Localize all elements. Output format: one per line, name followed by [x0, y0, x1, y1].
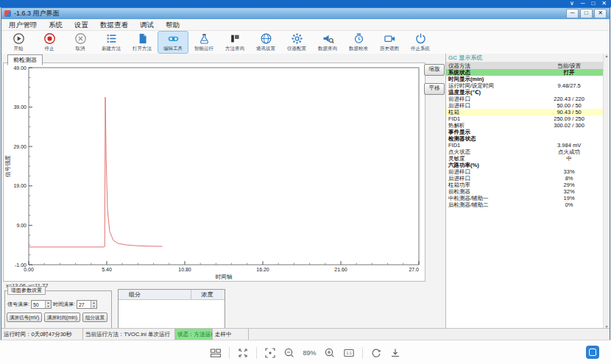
full-signal-button[interactable]: 满屏信号(mV): [7, 313, 42, 322]
chart-panel: 0.005.4010.8016.2021.6027.049.0039.0029.…: [3, 63, 425, 282]
spinner-arrows-icon[interactable]: ▲▼: [91, 301, 96, 308]
minimize-button[interactable]: ─: [566, 9, 579, 18]
gc-row: 前进样口 33%: [446, 168, 604, 175]
globe-icon: [260, 32, 272, 45]
gc-row: 后检测器/辅助二 0%: [446, 201, 604, 208]
toolbar-data-calibration[interactable]: 数据校准: [343, 31, 374, 54]
cancel-icon: [74, 32, 87, 45]
gear-icon: [291, 32, 303, 45]
toolbar-data-query[interactable]: 数据查询: [312, 31, 343, 54]
toolbar-history-chart[interactable]: 历史谱图: [374, 31, 405, 54]
zoom-mode-button[interactable]: 缩放: [424, 64, 445, 76]
titlebar[interactable]: -1.6.3 用户界面 ─ □ ✕: [1, 8, 610, 19]
spectrum-settings-group: 谱图参数设置 信号满屏: 50 ▲▼ 时间满屏: 27 ▲▼ 满屏信号(mV) …: [4, 290, 112, 329]
gc-panel-title: GC 显示系统: [446, 54, 610, 63]
panel-scrollbar[interactable]: ▲ ▼: [603, 54, 610, 329]
toolbar-edit-tools[interactable]: 编辑工具: [158, 31, 188, 54]
watch-icon: [353, 32, 365, 45]
gc-row: 前检测器 32%: [446, 188, 604, 195]
zoom-in-icon[interactable]: [324, 347, 336, 359]
time-full-label: 时间满屏:: [53, 301, 75, 308]
rotate-icon[interactable]: [370, 347, 382, 359]
toolbar: 开始 停止 取消 新建方法 打开方法 编辑工具 智能运行 方法查: [1, 31, 610, 54]
concentration-column-header: 浓度: [191, 290, 225, 299]
run-time-status: 运行时间：0天0时47分30秒: [1, 329, 83, 340]
gc-row: 后进样口 50.00 / 50: [446, 102, 604, 109]
toolbar-cancel[interactable]: 取消: [65, 31, 96, 54]
svg-text:29.00: 29.00: [13, 144, 27, 149]
tab-front-detector[interactable]: 前检测器: [7, 54, 43, 65]
chromatogram-chart[interactable]: 0.005.4010.8016.2021.6027.049.0039.0029.…: [4, 63, 425, 281]
close-button[interactable]: ✕: [594, 9, 607, 18]
actual-size-icon[interactable]: 1:1: [343, 347, 355, 359]
app-icon: [4, 10, 11, 17]
gc-row: 热解析 300.02 / 300: [446, 122, 604, 129]
chart-workspace: 前检测器 0.005.4010.8016.2021.6027.049.0039.…: [1, 54, 446, 329]
outer-maximize-icon[interactable]: □: [591, 0, 595, 7]
menu-item-user-management[interactable]: 用户管理: [3, 19, 43, 30]
gc-row: 时间显示(min): [446, 76, 604, 82]
zoom-out-icon[interactable]: [283, 347, 295, 359]
svg-text:时间轴: 时间轴: [216, 274, 233, 280]
pan-mode-button[interactable]: 平移: [424, 83, 445, 95]
state-badge: 状态：方法运行中...: [175, 329, 213, 340]
maximize-button[interactable]: □: [580, 9, 593, 18]
gc-row: FID1 250.09 / 250: [446, 115, 604, 122]
viewer-toolbar: 89% 1:1: [0, 340, 611, 364]
scroll-up-icon[interactable]: ▲: [605, 54, 609, 58]
menu-item-system[interactable]: 系统: [43, 19, 68, 30]
toolbar-divider: [362, 347, 363, 359]
svg-text:9.00: 9.00: [16, 223, 27, 228]
outer-restore-icon[interactable]: ∨: [570, 0, 574, 7]
toolbar-stop-system[interactable]: 停止系统: [405, 31, 436, 54]
sampling-status: 走样中: [213, 329, 249, 340]
toolbar-open-method[interactable]: 打开方法: [127, 31, 158, 54]
menu-item-data-view[interactable]: 数据查看: [94, 19, 134, 30]
app-window: -1.6.3 用户界面 ─ □ ✕ 用户管理系统设置数据查看调试帮助 开始 停止…: [1, 7, 610, 341]
svg-text:5.40: 5.40: [102, 267, 112, 272]
spinner-arrows-icon[interactable]: ▲▼: [45, 301, 51, 308]
full-time-button[interactable]: 满屏时间(min): [44, 313, 80, 322]
blocks-icon: [229, 32, 241, 45]
toolbar-comm-settings[interactable]: 通讯设置: [250, 31, 281, 54]
fullscreen-icon[interactable]: [264, 347, 276, 359]
toolbar-divider: [256, 347, 257, 359]
toolbar-smart-run[interactable]: 智能运行: [188, 31, 219, 54]
menu-item-settings[interactable]: 设置: [68, 19, 94, 30]
horn-search-icon: [322, 32, 334, 45]
svg-text:16.20: 16.20: [256, 267, 269, 272]
signal-full-input[interactable]: 50 ▲▼: [31, 300, 52, 309]
gc-row: 后进样口 8%: [446, 175, 604, 182]
time-full-input[interactable]: 27 ▲▼: [77, 300, 97, 309]
svg-text:-1.00: -1.00: [15, 263, 27, 268]
toolbar-stop[interactable]: 停止: [34, 31, 65, 54]
power-icon: [414, 32, 427, 45]
gc-display-panel: GC 显示系统 仪器方法 当前/设置 系统状态 打开 时间显示(min) 运行时…: [446, 54, 610, 329]
gc-row: 中检测器/辅助一 19%: [446, 195, 604, 201]
menu-item-help[interactable]: 帮助: [160, 19, 186, 30]
camera-icon: [384, 32, 396, 45]
component-setup-button[interactable]: 组分设置: [82, 313, 107, 322]
zoom-level: 89%: [303, 349, 316, 357]
toolbar-instrument-config[interactable]: 仪器配置: [281, 31, 312, 54]
spectrum-settings-tab[interactable]: 谱图参数设置: [7, 286, 46, 295]
download-icon[interactable]: [389, 347, 401, 359]
play-icon: [13, 32, 25, 45]
signal-full-label: 信号满屏:: [7, 301, 29, 308]
gc-row: 六路功率(%): [446, 162, 604, 168]
gc-row: 事件显示: [446, 129, 604, 135]
svg-text:信号强度: 信号强度: [4, 155, 11, 178]
layout-grid-icon[interactable]: [210, 347, 222, 359]
taskbar-app-icon[interactable]: [586, 346, 599, 359]
toolbar-start[interactable]: 开始: [3, 31, 34, 54]
toolbar-method-query[interactable]: 方法查询: [219, 31, 250, 54]
menu-item-debug[interactable]: 调试: [134, 19, 160, 30]
collapse-fit-icon[interactable]: [237, 347, 249, 359]
gc-row: 系统状态 打开: [446, 69, 604, 76]
outer-close-icon[interactable]: ✕: [601, 0, 607, 7]
toolbar-new-method[interactable]: 新建方法: [96, 31, 127, 54]
gc-parameter-list: 仪器方法 当前/设置 系统状态 打开 时间显示(min) 运行时间/设定时间 9…: [446, 63, 604, 208]
outer-minimize-icon[interactable]: ─: [581, 0, 585, 7]
gc-row: 灵敏度 中: [446, 155, 604, 162]
svg-text:27.0: 27.0: [409, 267, 419, 272]
